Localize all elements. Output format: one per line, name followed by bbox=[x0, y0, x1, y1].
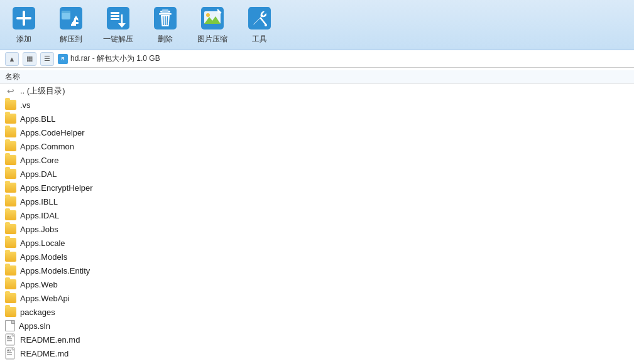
folder-icon bbox=[5, 155, 16, 165]
parent-dir-icon: ↩ bbox=[5, 86, 16, 96]
file-name: Apps.WebApi bbox=[20, 294, 70, 303]
image-compress-icon bbox=[199, 5, 226, 31]
file-name: Apps.IDAL bbox=[20, 211, 59, 220]
list-item[interactable]: Apps.WebApi bbox=[0, 291, 634, 305]
folder-icon bbox=[5, 224, 16, 234]
folder-icon bbox=[5, 114, 16, 124]
rar-icon: R bbox=[58, 54, 68, 64]
one-click-extract-icon bbox=[105, 5, 131, 31]
file-list: 名称 ↩.. (上级目录).vsApps.BLLApps.CodeHelperA… bbox=[0, 68, 634, 364]
list-item[interactable]: Apps.CodeHelper bbox=[0, 126, 634, 139]
file-name: Apps.Models.Entity bbox=[20, 266, 90, 276]
folder-icon bbox=[5, 238, 16, 248]
file-name: Apps.Models bbox=[20, 252, 67, 262]
add-button[interactable]: 添加 bbox=[6, 5, 41, 45]
breadcrumb-text: hd.rar - 解包大小为 1.0 GB bbox=[70, 53, 160, 64]
list-item[interactable]: Apps.Common bbox=[0, 139, 634, 153]
svg-point-29 bbox=[265, 24, 267, 26]
svg-line-21 bbox=[167, 16, 168, 25]
file-name: README.md bbox=[20, 349, 68, 358]
folder-icon bbox=[5, 183, 16, 193]
file-name: Apps.Locale bbox=[20, 238, 65, 248]
folder-icon bbox=[5, 279, 16, 289]
svg-text:MD: MD bbox=[7, 349, 11, 352]
list-item[interactable]: Apps.Models.Entity bbox=[0, 264, 634, 277]
svg-point-24 bbox=[206, 13, 210, 17]
file-name: packages bbox=[20, 308, 55, 317]
list-item[interactable]: MD README.md bbox=[0, 346, 634, 360]
list-item[interactable]: Apps.Core bbox=[0, 153, 634, 167]
nav-list-button[interactable]: ☰ bbox=[40, 52, 54, 66]
file-icon bbox=[5, 320, 15, 331]
folder-icon bbox=[5, 265, 16, 276]
md-file-icon: MD bbox=[5, 348, 16, 359]
svg-rect-33 bbox=[7, 340, 12, 341]
file-name: Apps.sln bbox=[19, 321, 50, 331]
folder-icon bbox=[5, 100, 16, 110]
tools-button[interactable]: 工具 bbox=[242, 5, 276, 45]
tools-icon bbox=[246, 5, 273, 31]
folder-icon bbox=[5, 141, 16, 151]
svg-rect-37 bbox=[7, 352, 12, 353]
nav-toggle-button[interactable]: ▦ bbox=[23, 52, 36, 66]
file-name: Apps.Jobs bbox=[20, 225, 58, 234]
svg-rect-11 bbox=[111, 15, 119, 17]
extract-to-label: 解压到 bbox=[60, 34, 82, 45]
list-item[interactable]: Apps.BLL bbox=[0, 112, 634, 126]
file-name: Apps.CodeHelper bbox=[20, 128, 85, 137]
breadcrumb: R hd.rar - 解包大小为 1.0 GB bbox=[58, 53, 160, 64]
list-item[interactable]: Apps.IBLL bbox=[0, 195, 634, 208]
column-header: 名称 bbox=[0, 70, 634, 84]
list-item[interactable]: Apps.sln bbox=[0, 319, 634, 333]
svg-line-20 bbox=[163, 16, 163, 25]
breadcrumb-bar: ▲ ▦ ☰ R hd.rar - 解包大小为 1.0 GB bbox=[0, 50, 634, 68]
folder-icon bbox=[5, 210, 16, 220]
folder-icon bbox=[5, 293, 16, 303]
file-name: Apps.Core bbox=[20, 156, 58, 165]
file-name: Apps.DAL bbox=[20, 169, 57, 179]
one-click-extract-label: 一键解压 bbox=[103, 34, 133, 45]
svg-rect-38 bbox=[7, 354, 12, 355]
folder-icon bbox=[5, 196, 16, 206]
file-name: .vs bbox=[20, 100, 31, 110]
delete-label: 删除 bbox=[158, 34, 173, 45]
list-item[interactable]: MD README.en.md bbox=[0, 333, 634, 346]
list-item[interactable]: Apps.Web bbox=[0, 277, 634, 291]
list-item[interactable]: .vs bbox=[0, 98, 634, 112]
list-item[interactable]: ↩.. (上级目录) bbox=[0, 84, 634, 98]
list-item[interactable]: Apps.Locale bbox=[0, 236, 634, 250]
delete-icon bbox=[152, 5, 178, 31]
file-name: Apps.EncryptHelper bbox=[20, 183, 93, 193]
list-item[interactable]: Apps.Models bbox=[0, 250, 634, 264]
file-name: README.en.md bbox=[20, 335, 80, 345]
add-icon bbox=[11, 5, 37, 31]
list-item[interactable]: Apps.DAL bbox=[0, 167, 634, 181]
file-name: Apps.Web bbox=[20, 280, 58, 289]
svg-rect-10 bbox=[111, 12, 119, 14]
list-item[interactable]: Apps.IDAL bbox=[0, 208, 634, 222]
file-name: .. (上级目录) bbox=[20, 85, 65, 97]
image-compress-button[interactable]: 图片压缩 bbox=[195, 5, 229, 45]
toolbar: 添加 解压到 一键解压 bbox=[0, 0, 634, 50]
svg-rect-18 bbox=[159, 13, 172, 15]
folder-icon bbox=[5, 169, 16, 179]
nav-up-button[interactable]: ▲ bbox=[5, 52, 19, 66]
list-item[interactable]: Apps.Jobs bbox=[0, 222, 634, 236]
svg-rect-5 bbox=[62, 11, 70, 13]
svg-rect-2 bbox=[16, 17, 31, 19]
svg-rect-7 bbox=[72, 22, 79, 24]
list-item[interactable]: Apps.EncryptHelper bbox=[0, 181, 634, 195]
list-item[interactable]: packages bbox=[0, 305, 634, 319]
svg-rect-32 bbox=[7, 338, 12, 340]
extract-to-button[interactable]: 解压到 bbox=[53, 5, 88, 45]
add-label: 添加 bbox=[16, 34, 31, 45]
svg-text:MD: MD bbox=[7, 335, 11, 338]
file-name: Apps.IBLL bbox=[20, 197, 58, 206]
delete-button[interactable]: 删除 bbox=[148, 5, 182, 45]
one-click-extract-button[interactable]: 一键解压 bbox=[101, 5, 135, 45]
svg-rect-17 bbox=[162, 9, 168, 12]
tools-label: 工具 bbox=[252, 34, 267, 45]
md-file-icon: MD bbox=[5, 334, 16, 345]
svg-rect-12 bbox=[111, 18, 119, 20]
image-compress-label: 图片压缩 bbox=[197, 34, 227, 45]
